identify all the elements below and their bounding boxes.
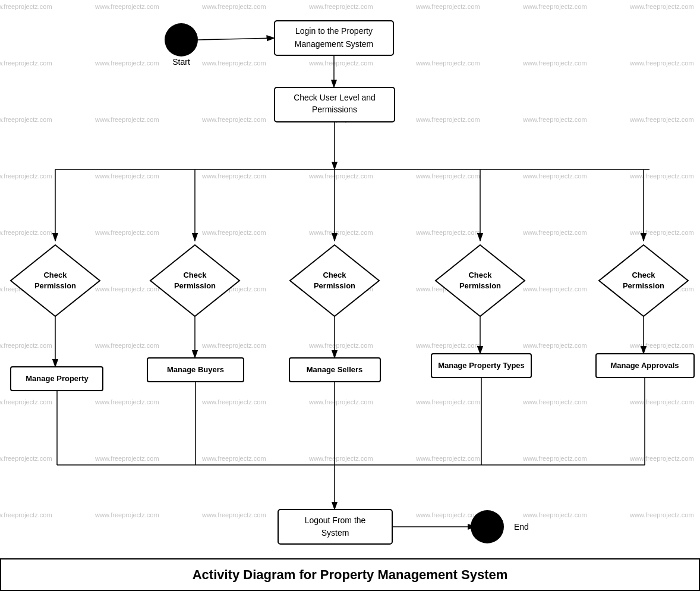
login-text-2: Management System: [295, 39, 373, 49]
check-perm-2: [150, 245, 239, 316]
logout-text-2: System: [321, 528, 349, 537]
login-text-1: Login to the Property: [295, 26, 373, 36]
logout-box: [278, 510, 392, 544]
perm5-text1: Check: [632, 271, 655, 279]
manage-property-text: Manage Property: [26, 374, 89, 383]
start-label: Start: [172, 57, 190, 67]
perm3-text1: Check: [323, 271, 346, 279]
perm4-text1: Check: [468, 271, 492, 279]
perm5-text2: Permission: [623, 281, 664, 290]
title-bar: Activity Diagram for Property Management…: [0, 558, 700, 591]
manage-buyers-text: Manage Buyers: [167, 365, 224, 374]
start-node: [165, 23, 198, 56]
end-node: [471, 510, 504, 543]
perm1-text1: Check: [43, 271, 67, 279]
perm2-text1: Check: [183, 271, 207, 279]
check-perm-5: [599, 245, 688, 316]
manage-prop-types-text: Manage Property Types: [438, 361, 525, 370]
end-label: End: [514, 522, 529, 532]
check-perm-3: [290, 245, 379, 316]
activity-diagram: Start Login to the Property Management S…: [0, 0, 700, 591]
svg-line-21: [198, 38, 275, 40]
perm2-text2: Permission: [174, 281, 216, 290]
check-perm-1: [11, 245, 100, 316]
perm4-text2: Permission: [459, 281, 501, 290]
perm1-text2: Permission: [34, 281, 76, 290]
manage-sellers-text: Manage Sellers: [307, 365, 363, 374]
manage-approvals-text: Manage Approvals: [610, 361, 679, 370]
logout-text-1: Logout From the: [305, 515, 366, 525]
diagram-title: Activity Diagram for Property Management…: [193, 567, 508, 583]
check-user-text-1: Check User Level and: [294, 93, 376, 102]
check-perm-4: [436, 245, 525, 316]
check-user-text-2: Permissions: [312, 105, 357, 114]
perm3-text2: Permission: [314, 281, 355, 290]
